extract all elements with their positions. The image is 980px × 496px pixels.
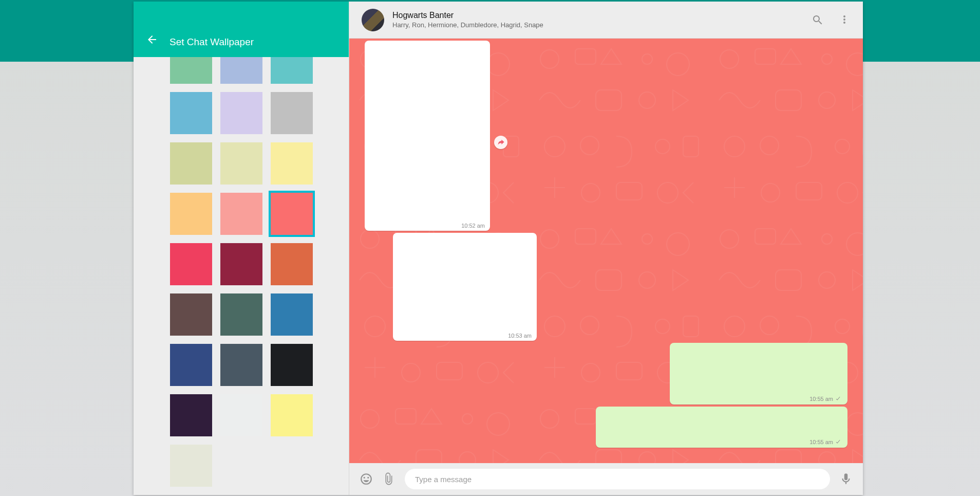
wallpaper-swatch[interactable] [220,92,262,134]
wallpaper-swatch[interactable] [271,193,313,235]
wallpaper-swatch[interactable] [170,243,212,285]
chat-footer [349,463,863,495]
wallpaper-panel-title: Set Chat Wallpaper [169,36,254,48]
wallpaper-swatch[interactable] [271,243,313,285]
wallpaper-swatch[interactable] [170,344,212,386]
chat-name: Hogwarts Banter [392,11,803,20]
wallpaper-swatch[interactable] [271,92,313,134]
chat-panel: Hogwarts Banter Harry, Ron, Hermione, Du… [349,2,863,495]
message-bubble[interactable]: 10:52 am [365,41,490,231]
mic-icon[interactable] [839,472,853,486]
wallpaper-swatch[interactable] [271,293,313,336]
wallpaper-swatch-scroll[interactable] [134,57,349,495]
chat-meta[interactable]: Hogwarts Banter Harry, Ron, Hermione, Du… [392,11,803,29]
back-button[interactable] [146,33,158,48]
message-bubble[interactable]: 10:55 am [670,343,847,405]
wallpaper-swatch[interactable] [170,57,212,84]
wallpaper-swatch[interactable] [220,142,262,185]
wallpaper-swatch[interactable] [170,142,212,185]
wallpaper-swatch[interactable] [220,57,262,84]
app-window: Set Chat Wallpaper Hogwarts Banter Harry… [134,2,863,495]
wallpaper-swatch[interactable] [220,394,262,436]
wallpaper-panel-header: Set Chat Wallpaper [134,2,349,57]
emoji-icon[interactable] [360,472,373,486]
search-icon[interactable] [812,14,824,26]
forward-button[interactable] [494,136,507,149]
attach-icon[interactable] [382,472,395,486]
chat-header-actions [812,14,851,26]
wallpaper-swatch[interactable] [220,243,262,285]
message-bubble[interactable]: 10:53 am [393,233,537,341]
wallpaper-swatch[interactable] [170,293,212,336]
message-input[interactable] [415,475,820,484]
message-time: 10:55 am [809,438,842,446]
message-time: 10:55 am [809,395,842,402]
chat-body: 10:52 am10:53 am10:55 am10:55 am [349,39,863,463]
wallpaper-swatch[interactable] [170,445,212,487]
menu-icon[interactable] [838,14,851,26]
wallpaper-swatch[interactable] [170,92,212,134]
chat-header: Hogwarts Banter Harry, Ron, Hermione, Du… [349,2,863,39]
message-composer [405,469,830,489]
chat-avatar[interactable] [362,9,384,31]
chat-members: Harry, Ron, Hermione, Dumbledore, Hagrid… [392,21,803,29]
wallpaper-swatch[interactable] [271,344,313,386]
wallpaper-swatch[interactable] [170,394,212,436]
wallpaper-swatch[interactable] [271,57,313,84]
message-time: 10:52 am [461,223,485,229]
arrow-left-icon [146,33,158,46]
wallpaper-panel: Set Chat Wallpaper [134,2,349,495]
wallpaper-swatch-grid [162,57,320,487]
wallpaper-swatch[interactable] [220,344,262,386]
wallpaper-swatch[interactable] [170,193,212,235]
message-list[interactable]: 10:52 am10:53 am10:55 am10:55 am [349,39,863,463]
wallpaper-swatch[interactable] [220,193,262,235]
message-time: 10:53 am [508,333,532,339]
message-bubble[interactable]: 10:55 am [596,407,847,448]
wallpaper-swatch[interactable] [271,142,313,185]
wallpaper-swatch[interactable] [220,293,262,336]
wallpaper-swatch[interactable] [271,394,313,436]
